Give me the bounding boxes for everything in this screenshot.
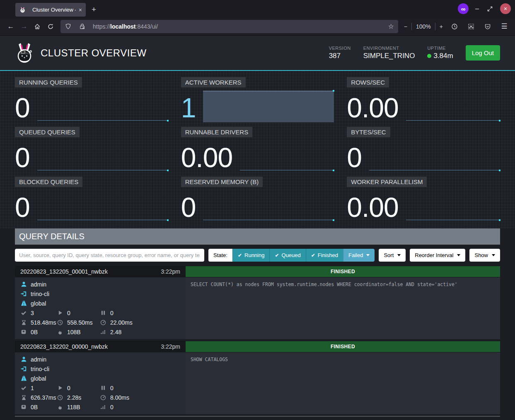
- memory-scale-icon: [20, 329, 27, 335]
- query-search-input[interactable]: [15, 249, 204, 262]
- sparkline-chart: [37, 91, 168, 121]
- stat-card-reserved-memory: RESERVED MEMORY (B) 0: [181, 177, 334, 220]
- stat-label: ROWS/SEC: [347, 77, 389, 87]
- query-id-link[interactable]: 20220823_132202_00000_nwbzk: [20, 343, 108, 350]
- forward-button[interactable]: →: [17, 20, 31, 33]
- uptime-status-dot: [427, 54, 431, 58]
- state-filter-queued[interactable]: ✔Queued: [269, 249, 305, 262]
- separator: [435, 23, 435, 30]
- back-button[interactable]: ←: [4, 20, 17, 33]
- bookmark-star-icon[interactable]: ☆: [388, 22, 394, 30]
- stat-value: 0.00: [347, 95, 398, 121]
- query-row: 20220823_132202_00000_nwbzk 3:22pm FINIS…: [15, 341, 500, 414]
- query-user: admin: [31, 281, 46, 288]
- environment-value: SIMPLE_TRINO: [363, 52, 415, 60]
- pocket-shield-icon[interactable]: [481, 20, 494, 33]
- zoom-level[interactable]: 100%: [416, 23, 431, 30]
- total-cpu-time: 558.50ms: [67, 319, 92, 326]
- caret-down-icon: [366, 254, 370, 256]
- tab-close-icon[interactable]: ×: [79, 7, 82, 13]
- trino-favicon-icon: [19, 7, 26, 13]
- clock-icon: [57, 319, 63, 326]
- running-splits: 0: [67, 385, 70, 391]
- query-resource-group: global: [31, 375, 46, 382]
- zoom-in-button[interactable]: +: [440, 23, 443, 30]
- restore-window-button[interactable]: [487, 6, 493, 12]
- stat-value: 0: [15, 195, 30, 220]
- state-filter-label: State:: [208, 249, 232, 262]
- history-clock-icon[interactable]: [448, 20, 461, 33]
- reload-button[interactable]: [44, 20, 57, 33]
- query-id-cell: 20220823_132205_00001_nwbzk 3:22pm: [15, 266, 186, 277]
- url-scheme: https://: [93, 23, 110, 30]
- stat-label: BYTES/SEC: [347, 127, 390, 137]
- uptime-label: UPTIME: [427, 46, 453, 51]
- flame-icon: [57, 404, 63, 410]
- stat-card-bytes-sec: BYTES/SEC 0: [347, 127, 500, 170]
- lock-warning-icon[interactable]: [79, 23, 85, 30]
- query-source: trino-cli: [31, 366, 49, 372]
- table-bottom-divider: [15, 416, 500, 417]
- state-filter-failed-dropdown[interactable]: Failed: [343, 249, 375, 262]
- caret-down-icon: [397, 254, 401, 256]
- browser-tab[interactable]: Cluster Overview - Trino ×: [15, 3, 86, 17]
- zoom-controls: − 100% +: [404, 23, 443, 30]
- show-dropdown[interactable]: Show: [469, 249, 500, 262]
- current-memory: 0B: [31, 404, 38, 410]
- cpu-time: 22.00ms: [110, 319, 133, 326]
- query-filter-toolbar: State: ✔Running ✔Queued ✔Finished Failed…: [15, 249, 500, 262]
- sparkline-chart: [37, 141, 168, 170]
- sparkline-chart: [406, 91, 500, 121]
- sparkline-chart: [406, 190, 500, 220]
- tab-title: Cluster Overview - Trino: [32, 7, 76, 13]
- new-tab-button[interactable]: +: [92, 5, 96, 14]
- screenshot-icon[interactable]: [464, 20, 478, 33]
- sparkline-chart: [240, 141, 334, 170]
- close-window-button[interactable]: ×: [500, 3, 511, 14]
- query-time: 3:22pm: [161, 343, 180, 350]
- query-id-link[interactable]: 20220823_132205_00001_nwbzk: [20, 268, 108, 275]
- play-icon: [57, 385, 63, 391]
- stat-value: 0.00: [181, 145, 232, 170]
- header-meta: VERSION 387 ENVIRONMENT SIMPLE_TRINO UPT…: [329, 45, 500, 61]
- query-details-title: QUERY DETAILS: [15, 228, 500, 245]
- cluster-stats-dashboard: RUNNING QUERIES 0 ACTIVE WORKERS 1 ROWS/…: [0, 71, 515, 228]
- stat-value: 0: [347, 145, 362, 170]
- stat-value: 0.00: [347, 195, 398, 220]
- gauge-icon: [100, 319, 106, 326]
- query-info-panel: admin trino-cli global 3 0 0 518.48ms 55…: [15, 277, 186, 339]
- queued-splits: 0: [110, 385, 114, 391]
- tracking-shield-icon[interactable]: [65, 23, 71, 30]
- private-browsing-icon: ∞: [458, 3, 469, 14]
- stat-card-blocked-queries: BLOCKED QUERIES 0: [15, 177, 168, 220]
- zoom-out-button[interactable]: −: [404, 23, 407, 30]
- stat-label: RESERVED MEMORY (B): [181, 177, 263, 187]
- home-button[interactable]: [31, 20, 44, 33]
- memory-scale-icon: [20, 404, 27, 410]
- query-row: 20220823_132205_00001_nwbzk 3:22pm FINIS…: [15, 266, 500, 339]
- source-icon: [20, 366, 27, 372]
- resource-group-road-icon: [20, 375, 27, 382]
- completed-splits: 1: [31, 385, 34, 391]
- wall-time: 626.37ms: [31, 394, 56, 401]
- url-bar[interactable]: https://localhost:8443/ui/ ☆: [60, 20, 398, 33]
- reorder-interval-dropdown[interactable]: Reorder Interval: [410, 249, 465, 262]
- logout-button[interactable]: Log Out: [466, 45, 500, 61]
- stat-card-worker-parallelism: WORKER PARALLELISM 0.00: [347, 177, 500, 220]
- query-resource-group: global: [31, 300, 46, 307]
- stat-label: RUNNABLE DRIVERS: [181, 127, 253, 137]
- query-user: admin: [31, 356, 46, 363]
- state-filter-finished[interactable]: ✔Finished: [306, 249, 343, 262]
- minimize-button[interactable]: –: [475, 5, 479, 12]
- menu-hamburger-icon[interactable]: ☰: [498, 20, 511, 33]
- queued-splits: 0: [110, 310, 114, 316]
- state-filter-running[interactable]: ✔Running: [232, 249, 270, 262]
- check-icon: [20, 385, 27, 391]
- query-status-badge: FINISHED: [186, 341, 500, 352]
- play-icon: [57, 310, 63, 316]
- stat-card-active-workers: ACTIVE WORKERS 1: [181, 77, 334, 121]
- sort-dropdown[interactable]: Sort: [379, 249, 406, 262]
- clock-icon: [57, 394, 63, 401]
- url-text[interactable]: https://localhost:8443/ui/: [93, 23, 384, 30]
- flame-icon: [57, 329, 63, 335]
